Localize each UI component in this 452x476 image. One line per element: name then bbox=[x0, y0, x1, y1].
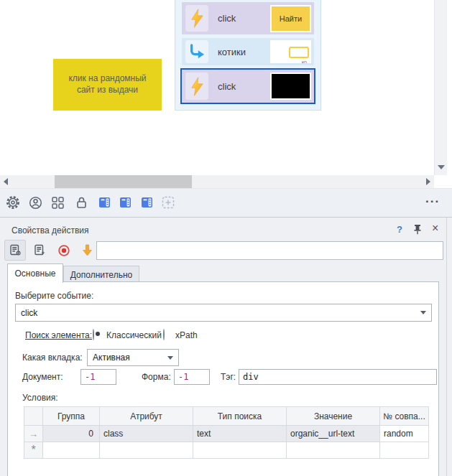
action-group[interactable]: click Найти котики ко bbox=[175, 0, 321, 111]
cell-empty[interactable] bbox=[193, 442, 287, 459]
add-region-icon[interactable] bbox=[158, 192, 178, 213]
action-search-input[interactable] bbox=[96, 241, 443, 260]
current-row-arrow-icon: → bbox=[24, 426, 43, 442]
lock-icon[interactable] bbox=[71, 192, 91, 213]
close-icon[interactable]: × bbox=[432, 223, 438, 233]
which-tab-value: Активная bbox=[93, 353, 130, 363]
column-header-value[interactable]: Значение bbox=[287, 407, 380, 426]
tag-input[interactable] bbox=[239, 369, 437, 385]
main-toolbar: ... bbox=[0, 188, 452, 217]
event-label: Выберите событие: bbox=[15, 291, 93, 301]
sticky-note[interactable]: клик на рандомный сайт из выдачи bbox=[53, 59, 162, 111]
conditions-label: Условия: bbox=[22, 393, 58, 403]
document-label: Документ: bbox=[22, 372, 63, 382]
action-thumbnail-page: ко bbox=[270, 40, 311, 63]
properties-panel: Свойства действия ? × Основные Дополните… bbox=[0, 217, 452, 476]
panel-layout-icon[interactable] bbox=[137, 192, 157, 213]
cell-match[interactable]: random bbox=[380, 426, 429, 442]
conditions-header-row: Группа Атрибут Тип поиска Значение № сов… bbox=[24, 407, 429, 426]
panel-layout-icon[interactable] bbox=[116, 192, 136, 213]
action-thumbnail-find: Найти bbox=[270, 5, 311, 32]
action-step-kotiki[interactable]: котики ко bbox=[182, 38, 314, 65]
scrollbar-thumb[interactable] bbox=[55, 175, 192, 188]
panel-layout-icon[interactable] bbox=[95, 192, 115, 213]
radio-xpath[interactable] bbox=[163, 329, 165, 340]
conditions-table: Группа Атрибут Тип поиска Значение № сов… bbox=[24, 406, 429, 459]
tab-content: Выберите событие: click Поиск элемента: … bbox=[7, 281, 439, 476]
thumb-tiny-text: ко bbox=[302, 60, 307, 63]
cell-empty[interactable] bbox=[100, 442, 193, 459]
tag-label: Тэг: bbox=[221, 372, 236, 382]
action-thumbnail-black bbox=[270, 73, 311, 100]
action-label: click bbox=[218, 81, 236, 92]
horizontal-scrollbar[interactable] bbox=[0, 175, 434, 188]
document-input[interactable] bbox=[80, 369, 116, 385]
panel-right-border bbox=[446, 218, 447, 476]
lightning-icon bbox=[185, 5, 208, 32]
user-profile-icon[interactable] bbox=[25, 192, 45, 213]
cell-empty[interactable] bbox=[43, 442, 100, 459]
scroll-down-arrow[interactable] bbox=[438, 165, 445, 169]
record-button[interactable] bbox=[53, 240, 75, 261]
tab-additional[interactable]: Дополнительно bbox=[63, 266, 139, 283]
action-search-field-wrap bbox=[96, 241, 443, 260]
panel-title: Свойства действия bbox=[11, 225, 88, 235]
column-header-attribute[interactable]: Атрибут bbox=[100, 407, 193, 426]
flow-canvas[interactable]: клик на рандомный сайт из выдачи click Н… bbox=[0, 0, 434, 175]
condition-row[interactable]: → 0 class text organic__url-text random bbox=[24, 426, 429, 442]
chevron-down-icon bbox=[167, 356, 173, 360]
redirect-arrow-icon bbox=[185, 40, 208, 63]
new-row-asterisk-icon: * bbox=[24, 442, 43, 459]
action-label: click bbox=[218, 13, 236, 24]
help-button[interactable]: ? bbox=[397, 224, 402, 235]
sticky-note-text: клик на рандомный сайт из выдачи bbox=[59, 73, 156, 95]
radio-xpath-label[interactable]: xPath bbox=[175, 330, 198, 340]
settings-gear-icon[interactable] bbox=[3, 192, 23, 213]
action-label: котики bbox=[218, 47, 246, 57]
find-button-text: Найти bbox=[280, 14, 302, 23]
tab-main-label: Основные bbox=[15, 269, 56, 279]
pin-icon[interactable] bbox=[413, 224, 422, 237]
row-header-corner bbox=[24, 407, 43, 426]
which-tab-select[interactable]: Активная bbox=[87, 349, 179, 366]
toolbar-overflow-button[interactable]: ... bbox=[425, 192, 440, 206]
cell-group[interactable]: 0 bbox=[43, 426, 100, 442]
vertical-scrollbar[interactable] bbox=[434, 0, 447, 175]
tab-additional-label: Дополнительно bbox=[70, 270, 132, 280]
column-header-match[interactable]: № совпа... bbox=[380, 407, 429, 426]
new-condition-row[interactable]: * bbox=[24, 442, 429, 459]
cell-search-type[interactable]: text bbox=[193, 426, 287, 442]
chevron-down-icon bbox=[420, 311, 426, 314]
cell-value[interactable]: organic__url-text bbox=[287, 426, 380, 442]
column-header-search-type[interactable]: Тип поиска bbox=[193, 407, 287, 426]
element-search-link[interactable]: Поиск элемента: bbox=[25, 330, 92, 340]
which-tab-label: Какая вкладка: bbox=[22, 353, 83, 363]
radio-classic-label[interactable]: Классический bbox=[106, 330, 162, 340]
column-header-group[interactable]: Группа bbox=[43, 407, 100, 426]
apply-down-arrow-button[interactable] bbox=[76, 240, 98, 261]
scroll-right-arrow[interactable] bbox=[426, 178, 430, 185]
cell-attribute[interactable]: class bbox=[100, 426, 193, 442]
cell-empty[interactable] bbox=[287, 442, 380, 459]
event-select[interactable]: click bbox=[15, 304, 432, 322]
action-step-click-2-selected[interactable]: click bbox=[180, 68, 315, 104]
cell-empty[interactable] bbox=[380, 442, 429, 459]
scroll-left-arrow[interactable] bbox=[4, 178, 8, 185]
tab-main[interactable]: Основные bbox=[7, 263, 63, 283]
thumb-input-outline bbox=[289, 47, 309, 58]
grid-view-icon[interactable] bbox=[47, 192, 68, 213]
properties-mode-button[interactable] bbox=[4, 240, 26, 261]
event-select-value: click bbox=[21, 308, 37, 318]
action-step-click-1[interactable]: click Найти bbox=[182, 2, 314, 34]
edit-list-button[interactable] bbox=[29, 240, 50, 261]
form-input[interactable] bbox=[174, 369, 210, 385]
radio-classic[interactable] bbox=[93, 329, 94, 340]
app-window: клик на рандомный сайт из выдачи click Н… bbox=[0, 0, 452, 476]
lightning-icon bbox=[185, 73, 208, 100]
form-label: Форма: bbox=[142, 372, 171, 382]
